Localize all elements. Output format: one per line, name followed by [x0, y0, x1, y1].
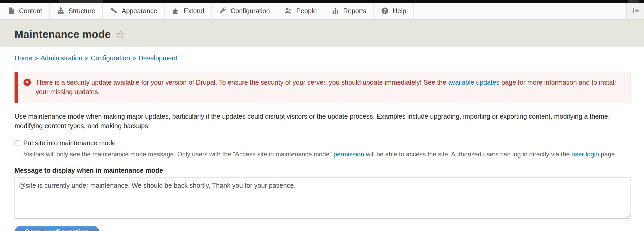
toolbar-item-help[interactable]: ? Help — [374, 3, 414, 19]
security-update-error-message: ✕ There is a security update available f… — [15, 72, 631, 103]
toolbar-spacer — [414, 3, 626, 19]
toolbar-item-label: Extend — [184, 7, 204, 15]
maintenance-mode-checkbox-row: Put site into maintenance mode — [15, 139, 631, 147]
maintenance-message-textarea[interactable]: @site is currently under maintenance. We… — [15, 177, 631, 219]
configuration-icon — [219, 7, 227, 15]
breadcrumb: Home»Administration»Configuration»Develo… — [15, 54, 631, 62]
toolbar-item-content[interactable]: Content — [0, 3, 50, 19]
maintenance-mode-intro-text: Use maintenance mode when making major u… — [15, 112, 631, 131]
toolbar-item-extend[interactable]: Extend — [165, 3, 212, 19]
toolbar-item-label: Help — [393, 7, 406, 15]
toolbar-collapse-button[interactable] — [626, 3, 644, 19]
maintenance-mode-checkbox-label[interactable]: Put site into maintenance mode — [23, 139, 116, 147]
toolbar-item-label: Reports — [343, 7, 366, 15]
toolbar-item-label: Structure — [69, 7, 95, 15]
breadcrumb-link-administration[interactable]: Administration — [41, 54, 82, 62]
toolbar-item-configuration[interactable]: Configuration — [212, 3, 277, 19]
toolbar-item-label: Content — [19, 7, 42, 15]
main-content: Home»Administration»Configuration»Develo… — [0, 54, 644, 231]
top-strip-segment-right — [628, 0, 639, 3]
toolbar-item-label: People — [296, 7, 317, 15]
toolbar-item-people[interactable]: People — [277, 3, 324, 19]
star-outline-icon[interactable]: ☆ — [116, 29, 125, 40]
page-title: Maintenance mode ☆ — [15, 28, 644, 40]
save-configuration-button[interactable]: Save configuration — [15, 226, 99, 231]
available-updates-link[interactable]: available updates — [448, 79, 500, 86]
user-login-link[interactable]: user login — [571, 151, 599, 158]
content-icon — [7, 7, 15, 15]
error-text-before: There is a security update available for… — [36, 79, 448, 86]
svg-text:?: ? — [383, 8, 386, 14]
admin-toolbar: Content Structure Appearance Extend — [0, 3, 644, 19]
error-x-icon: ✕ — [23, 79, 31, 86]
breadcrumb-link-development[interactable]: Development — [139, 54, 177, 62]
description-text: will be able to access the site. Authori… — [364, 151, 572, 158]
breadcrumb-link-configuration[interactable]: Configuration — [91, 54, 130, 62]
page-header: Maintenance mode ☆ — [0, 19, 644, 47]
toolbar-item-reports[interactable]: Reports — [324, 3, 374, 19]
message-field-wrapper: @site is currently under maintenance. We… — [15, 177, 631, 219]
breadcrumb-separator: » — [85, 54, 88, 62]
people-icon — [284, 7, 292, 15]
breadcrumb-separator: » — [35, 54, 38, 62]
description-text: Visitors will only see the maintenance m… — [23, 151, 334, 158]
maintenance-mode-checkbox-description: Visitors will only see the maintenance m… — [23, 150, 631, 158]
toolbar-item-label: Appearance — [122, 7, 157, 15]
permission-link[interactable]: permission — [334, 151, 364, 158]
breadcrumb-separator: » — [132, 54, 136, 62]
maintenance-mode-checkbox[interactable] — [15, 140, 20, 146]
description-text: page. — [599, 151, 617, 158]
breadcrumb-link-home[interactable]: Home — [15, 54, 32, 62]
collapse-left-icon — [631, 6, 640, 15]
structure-icon — [57, 7, 65, 15]
top-strip — [0, 0, 644, 3]
top-strip-segment — [59, 0, 103, 3]
toolbar-item-structure[interactable]: Structure — [50, 3, 103, 19]
message-field-label: Message to display when in maintenance m… — [15, 167, 631, 174]
reports-icon — [331, 7, 339, 15]
appearance-icon — [110, 7, 118, 15]
error-message-text: There is a security update available for… — [36, 78, 623, 97]
extend-icon — [172, 7, 180, 15]
toolbar-item-label: Configuration — [231, 7, 270, 15]
page-title-text: Maintenance mode — [15, 28, 111, 40]
toolbar-item-appearance[interactable]: Appearance — [103, 3, 165, 19]
help-icon: ? — [381, 7, 389, 15]
